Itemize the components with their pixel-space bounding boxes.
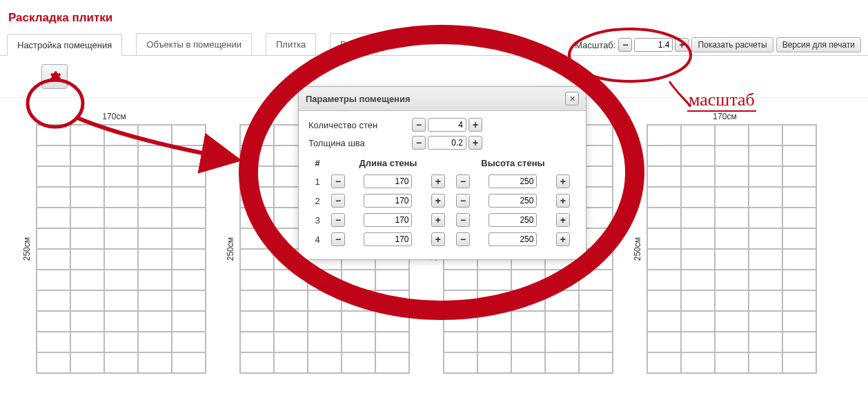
wall-1: 170см 250см (22, 112, 206, 374)
wall-top-label: 170см (713, 112, 736, 121)
tile-grid[interactable] (36, 124, 206, 374)
tab-tile[interactable]: Плитка (266, 33, 316, 55)
room-params-dialog[interactable]: Параметры помещения ✕ Количество стен − … (298, 86, 586, 260)
minus-icon[interactable]: − (331, 194, 345, 208)
row-number: 3 (310, 211, 325, 229)
row-number: 2 (310, 192, 325, 210)
wall-length-input[interactable] (364, 213, 412, 227)
dialog-header[interactable]: Параметры помещения ✕ (299, 87, 586, 111)
wall-count-input[interactable] (428, 118, 466, 132)
wall-length-input[interactable] (364, 194, 412, 208)
wall-height-input[interactable] (489, 194, 537, 208)
settings-button[interactable] (41, 64, 68, 89)
print-version-button[interactable]: Версия для печати (776, 37, 861, 52)
gear-icon (48, 70, 61, 83)
minus-icon[interactable]: − (456, 213, 470, 227)
tab-layout[interactable]: Выкла (330, 33, 377, 55)
wall-side-label: 250см (226, 237, 235, 261)
wall-top-label: 170см (102, 112, 126, 121)
table-row: 1−+−+ (310, 172, 575, 190)
wall-length-input[interactable] (364, 174, 412, 188)
plus-icon[interactable]: + (468, 136, 482, 150)
minus-icon[interactable]: − (412, 136, 426, 150)
seam-spinner[interactable]: − + (412, 136, 482, 150)
tabs: Настройка помещения Объекты в помещении … (0, 33, 868, 56)
wall-count-spinner[interactable]: − + (412, 118, 482, 132)
wall-height-input[interactable] (489, 174, 537, 188)
wall-4: 170см 250см (633, 112, 817, 374)
minus-icon[interactable]: − (331, 174, 345, 188)
minus-icon[interactable]: − (618, 38, 632, 52)
walls-table: # Длина стены Высота стены 1−+−+2−+−+3−+… (308, 154, 576, 250)
scale-label: Масштаб: (575, 40, 615, 50)
scale-input[interactable] (634, 38, 673, 52)
wall-side-label: 250см (22, 237, 32, 261)
plus-icon[interactable]: + (556, 232, 570, 246)
tab-room-settings[interactable]: Настройка помещения (7, 34, 122, 56)
tile-grid[interactable] (647, 124, 817, 374)
col-hash: # (310, 155, 325, 171)
plus-icon[interactable]: + (556, 194, 570, 208)
wall-height-input[interactable] (489, 232, 537, 246)
table-row: 3−+−+ (310, 211, 575, 229)
wall-height-input[interactable] (489, 213, 537, 227)
plus-icon[interactable]: + (675, 38, 689, 52)
row-number: 1 (310, 172, 325, 190)
close-icon[interactable]: ✕ (565, 92, 579, 106)
plus-icon[interactable]: + (556, 213, 570, 227)
plus-icon[interactable]: + (431, 194, 445, 208)
minus-icon[interactable]: − (456, 232, 470, 246)
wall-side-label: 250см (633, 237, 642, 261)
col-length: Длина стены (326, 155, 450, 171)
plus-icon[interactable]: + (431, 232, 445, 246)
col-height: Высота стены (451, 155, 575, 171)
minus-icon[interactable]: − (331, 213, 345, 227)
wall-length-input[interactable] (364, 232, 412, 246)
minus-icon[interactable]: − (456, 174, 470, 188)
seam-input[interactable] (428, 136, 466, 150)
minus-icon[interactable]: − (456, 194, 470, 208)
wall-count-label: Количество стен (308, 120, 412, 130)
scale-spinner[interactable]: − + (618, 38, 689, 52)
seam-label: Толщина шва (308, 138, 412, 148)
plus-icon[interactable]: + (431, 213, 445, 227)
plus-icon[interactable]: + (556, 174, 570, 188)
page-title: Раскладка плитки (0, 0, 868, 33)
minus-icon[interactable]: − (331, 232, 345, 246)
tab-objects[interactable]: Объекты в помещении (136, 33, 252, 55)
plus-icon[interactable]: + (468, 118, 482, 132)
minus-icon[interactable]: − (412, 118, 426, 132)
dialog-title: Параметры помещения (306, 94, 411, 104)
row-number: 4 (310, 230, 325, 248)
show-calc-button[interactable]: Показать расчеты (691, 37, 773, 52)
table-row: 4−+−+ (310, 230, 575, 248)
plus-icon[interactable]: + (431, 174, 445, 188)
table-row: 2−+−+ (310, 192, 575, 210)
